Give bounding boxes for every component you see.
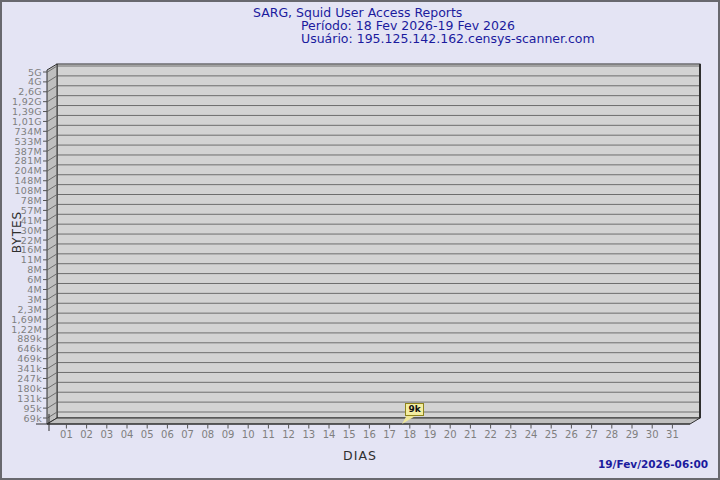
plot-floor <box>47 418 700 424</box>
x-tick-label: 30 <box>642 429 662 440</box>
x-tick-label: 28 <box>602 429 622 440</box>
x-tick-label: 21 <box>460 429 480 440</box>
x-tick-label: 12 <box>279 429 299 440</box>
report-timestamp: 19/Fev/2026-06:00 <box>598 458 708 470</box>
x-tick-label: 01 <box>56 429 76 440</box>
x-axis-ticks <box>66 424 672 429</box>
x-tick-label: 29 <box>622 429 642 440</box>
x-tick-label: 17 <box>380 429 400 440</box>
x-tick-label: 20 <box>440 429 460 440</box>
data-point-flag-label: 9k <box>408 404 420 414</box>
sarg-report-page: SARG, Squid User Access Reports Período:… <box>0 0 720 480</box>
x-tick-label: 22 <box>481 429 501 440</box>
x-tick-label: 02 <box>77 429 97 440</box>
x-tick-label: 07 <box>178 429 198 440</box>
x-tick-label: 06 <box>157 429 177 440</box>
x-tick-label: 19 <box>420 429 440 440</box>
x-tick-label: 25 <box>541 429 561 440</box>
y-axis-title: BYTES <box>10 202 24 262</box>
x-tick-label: 26 <box>561 429 581 440</box>
x-tick-label: 23 <box>501 429 521 440</box>
x-tick-label: 03 <box>97 429 117 440</box>
x-tick-label: 14 <box>319 429 339 440</box>
x-tick-label: 27 <box>582 429 602 440</box>
chart-plot <box>0 0 720 480</box>
x-tick-label: 09 <box>218 429 238 440</box>
x-tick-label: 31 <box>662 429 682 440</box>
x-tick-label: 18 <box>400 429 420 440</box>
y-tick-label: 69k <box>0 413 42 424</box>
x-tick-label: 16 <box>359 429 379 440</box>
x-axis-title: DIAS <box>330 448 390 463</box>
x-tick-label: 05 <box>137 429 157 440</box>
x-tick-label: 11 <box>258 429 278 440</box>
x-tick-label: 10 <box>238 429 258 440</box>
x-tick-label: 08 <box>198 429 218 440</box>
x-tick-label: 13 <box>299 429 319 440</box>
x-tick-label: 15 <box>339 429 359 440</box>
data-point-flag: 9k <box>405 403 424 416</box>
x-tick-label: 24 <box>521 429 541 440</box>
x-tick-label: 04 <box>117 429 137 440</box>
plot-back-wall <box>57 64 700 418</box>
